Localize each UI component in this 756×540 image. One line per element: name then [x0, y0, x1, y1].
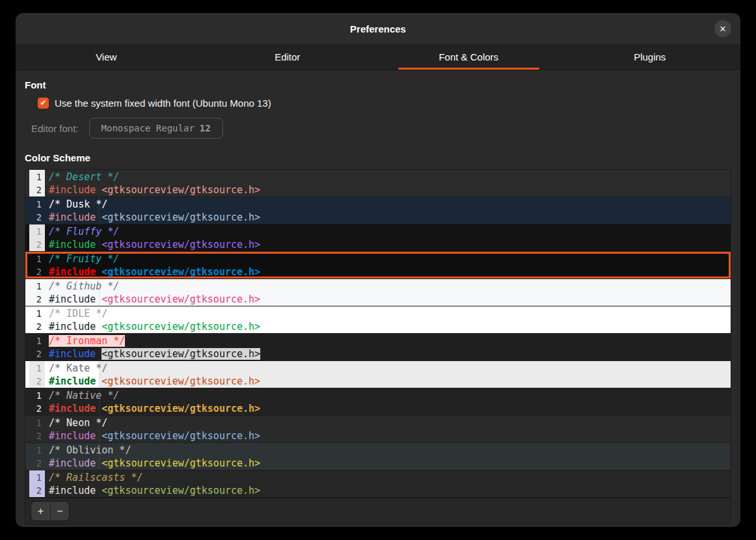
- scheme-comment: /* Neon */: [49, 417, 107, 429]
- scheme-row-idle[interactable]: 12/* IDLE */#include <gtksourceview/gtks…: [25, 306, 731, 334]
- code-space: [96, 485, 101, 496]
- scheme-comment: /* Dusk */: [49, 198, 107, 210]
- line-number-gutter: 12: [29, 306, 45, 333]
- preferences-dialog: Preferences ✕ View Editor Font & Colors …: [16, 13, 740, 527]
- line-number: 1: [36, 198, 42, 211]
- include-keyword: #include: [49, 293, 96, 305]
- line-number: 1: [36, 389, 42, 402]
- line-number: 2: [36, 320, 42, 333]
- line-number: 2: [36, 238, 42, 251]
- code-space: [96, 348, 101, 360]
- line-number: 2: [36, 293, 42, 306]
- include-keyword: #include: [49, 430, 96, 442]
- scheme-row-native[interactable]: 12/* Native */#include <gtksourceview/gt…: [25, 388, 731, 416]
- line-number: 1: [36, 307, 42, 320]
- code-space: [96, 184, 101, 196]
- code-preview: /* Dusk */#include <gtksourceview/gtksou…: [49, 197, 260, 224]
- include-keyword: #include: [49, 211, 96, 223]
- scheme-row-fluffy[interactable]: 12/* Fluffy */#include <gtksourceview/gt…: [25, 224, 731, 252]
- code-preview: /* Railscasts */#include <gtksourceview/…: [49, 470, 260, 497]
- tab-plugins[interactable]: Plugins: [560, 44, 741, 70]
- scheme-row-neon[interactable]: 12/* Neon */#include <gtksourceview/gtks…: [25, 416, 731, 443]
- line-number: 1: [36, 280, 42, 293]
- color-scheme-list: 12/* Desert */#include <gtksourceview/gt…: [25, 169, 731, 524]
- line-number-gutter: 12: [29, 197, 45, 224]
- scheme-comment: /* Github */: [49, 280, 119, 292]
- include-string: <gtksourceview/gtksource.h>: [101, 239, 260, 250]
- scheme-row-fruity[interactable]: 12/* Fruity */#include <gtksourceview/gt…: [25, 252, 731, 279]
- line-number-gutter: 12: [29, 252, 45, 278]
- system-font-checkbox[interactable]: ✔: [38, 98, 49, 109]
- scheme-comment: /* Native */: [49, 390, 119, 401]
- include-string: <gtksourceview/gtksource.h>: [101, 403, 260, 414]
- font-section-heading: Font: [25, 79, 731, 90]
- line-number: 1: [36, 471, 42, 484]
- color-scheme-heading: Color Scheme: [25, 152, 731, 163]
- include-string: <gtksourceview/gtksource.h>: [101, 430, 260, 442]
- add-scheme-button[interactable]: +: [31, 501, 50, 521]
- line-number-gutter: 12: [29, 361, 45, 388]
- line-number: 1: [36, 334, 42, 347]
- code-preview: /* Desert */#include <gtksourceview/gtks…: [49, 170, 260, 196]
- editor-font-name: Monospace Regular: [101, 123, 195, 133]
- line-number: 1: [36, 225, 42, 238]
- line-number: 2: [36, 265, 42, 278]
- system-font-row: ✔ Use the system fixed width font (Ubunt…: [38, 96, 731, 109]
- scheme-row-dusk[interactable]: 12/* Dusk */#include <gtksourceview/gtks…: [25, 197, 731, 224]
- code-preview: /* IDLE */#include <gtksourceview/gtksou…: [49, 306, 260, 333]
- code-space: [96, 266, 101, 278]
- editor-font-size: 12: [200, 123, 211, 133]
- line-number-gutter: 12: [29, 334, 45, 360]
- code-space: [96, 211, 101, 223]
- tab-editor[interactable]: Editor: [197, 44, 379, 70]
- checkmark-icon: ✔: [40, 98, 46, 107]
- scheme-comment: /* Fruity */: [49, 253, 119, 265]
- include-string: <gtksourceview/gtksource.h>: [101, 293, 260, 305]
- scheme-comment: /* IDLE */: [49, 308, 107, 319]
- include-keyword: #include: [49, 321, 96, 332]
- code-space: [96, 375, 101, 387]
- scheme-row-github[interactable]: 12/* Github */#include <gtksourceview/gt…: [25, 279, 731, 306]
- code-space: [96, 403, 101, 414]
- remove-scheme-button[interactable]: −: [50, 501, 70, 521]
- code-preview: /* Neon */#include <gtksourceview/gtksou…: [49, 416, 260, 442]
- line-number: 2: [36, 347, 42, 360]
- line-number-gutter: 12: [29, 279, 45, 306]
- line-number: 2: [36, 183, 42, 196]
- editor-font-button[interactable]: Monospace Regular 12: [89, 118, 223, 139]
- close-button[interactable]: ✕: [714, 20, 731, 37]
- dialog-title: Preferences: [350, 23, 406, 34]
- code-preview: /* Fruity */#include <gtksourceview/gtks…: [49, 252, 260, 278]
- scheme-comment: /* Oblivion */: [49, 444, 131, 456]
- scheme-row-oblivion[interactable]: 12/* Oblivion */#include <gtksourceview/…: [25, 443, 731, 470]
- minus-icon: −: [57, 506, 62, 517]
- titlebar: Preferences ✕: [16, 13, 740, 44]
- include-keyword: #include: [49, 239, 96, 250]
- scheme-list-toolbar: + −: [25, 498, 731, 524]
- code-preview: /* Github */#include <gtksourceview/gtks…: [49, 279, 260, 306]
- system-font-label: Use the system fixed width font (Ubuntu …: [55, 98, 271, 109]
- code-space: [96, 293, 101, 305]
- include-string: <gtksourceview/gtksource.h>: [101, 184, 260, 196]
- line-number-gutter: 12: [29, 388, 45, 415]
- scheme-comment: /* Kate */: [49, 362, 107, 374]
- tab-font-colors[interactable]: Font & Colors: [378, 44, 560, 70]
- code-preview: /* Fluffy */#include <gtksourceview/gtks…: [49, 224, 260, 251]
- include-keyword: #include: [49, 485, 96, 496]
- line-number: 1: [36, 252, 42, 265]
- include-keyword: #include: [49, 403, 96, 414]
- line-number: 2: [36, 457, 42, 470]
- tab-view[interactable]: View: [16, 44, 197, 70]
- font-colors-page: Font ✔ Use the system fixed width font (…: [16, 79, 740, 524]
- scheme-row-desert[interactable]: 12/* Desert */#include <gtksourceview/gt…: [25, 170, 731, 197]
- scheme-row-railscasts[interactable]: 12/* Railscasts */#include <gtksourcevie…: [25, 470, 731, 498]
- scheme-row-kate[interactable]: 12/* Kate */#include <gtksourceview/gtks…: [25, 361, 731, 388]
- include-string: <gtksourceview/gtksource.h>: [101, 375, 260, 387]
- line-number: 1: [36, 170, 42, 183]
- code-preview: /* Oblivion */#include <gtksourceview/gt…: [49, 443, 260, 470]
- scheme-row-ironman[interactable]: 12/* Ironman */#include <gtksourceview/g…: [25, 334, 731, 361]
- include-string: <gtksourceview/gtksource.h>: [101, 485, 260, 496]
- code-space: [96, 239, 101, 250]
- close-icon: ✕: [720, 24, 727, 34]
- line-number-gutter: 12: [29, 416, 45, 442]
